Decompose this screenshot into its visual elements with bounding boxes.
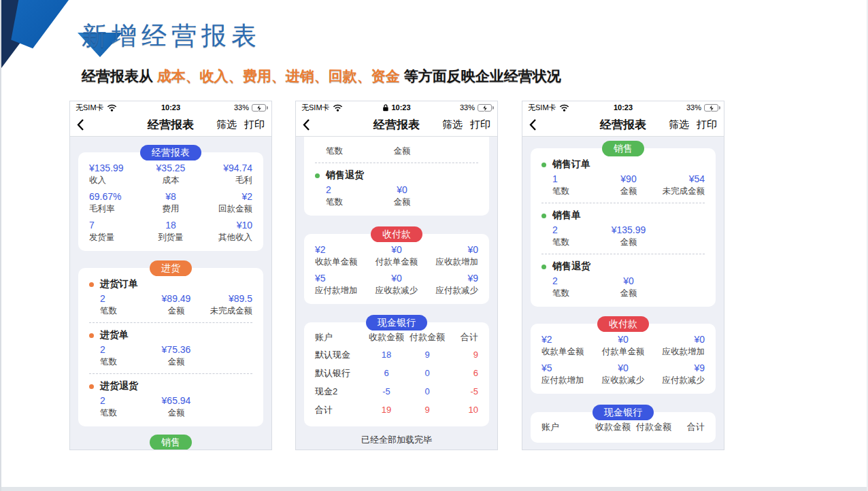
section-payments: 收付款 ¥2收款单金额 ¥0付款单金额 ¥0应收款增加 ¥5应付款增加 ¥0应收… (531, 316, 716, 394)
chevron-left-icon (77, 118, 84, 131)
section-pill-sales: 销售 (602, 141, 644, 156)
subtitle-suffix: 等方面反映企业经营状况 (400, 68, 561, 84)
stat-cell: 69.67%毛利率 (89, 190, 144, 215)
page-title: 新增经营报表 (82, 19, 261, 53)
clock-label: 10:23 (614, 103, 633, 112)
back-button[interactable] (77, 118, 92, 131)
lock-icon (382, 104, 388, 112)
stat-cell: ¥135.99收入 (89, 162, 144, 186)
print-button[interactable]: 打印 (244, 118, 265, 131)
chevron-left-icon (303, 118, 310, 131)
section-pill-cashbank: 现金银行 (592, 405, 654, 420)
back-button[interactable] (529, 118, 544, 131)
battery-charging-icon (252, 104, 266, 112)
table-row: 现金2 -5 0 -5 (315, 382, 478, 401)
wifi-icon (559, 104, 569, 112)
subtitle-prefix: 经营报表从 (82, 68, 157, 84)
filter-button[interactable]: 筛选 (669, 118, 689, 131)
dashed-divider (315, 163, 478, 163)
bullet-dot-icon (541, 265, 546, 269)
bullet-dot-icon (89, 333, 94, 338)
section-purchase: 进货 进货订单 2笔数 ¥89.49金额 ¥89.5未完成金额 进货单 (78, 260, 263, 426)
filter-button[interactable]: 筛选 (216, 118, 237, 131)
status-bar: 无SIM卡 10:23 33% (70, 101, 271, 114)
battery-percent-label: 33% (234, 103, 249, 112)
report-group: 进货单 2笔数 ¥75.36金额 (89, 328, 252, 368)
table-row: 默认现金 18 9 9 (315, 345, 478, 364)
table-total-row: 合计 19 9 10 (315, 401, 478, 419)
purchase-card: 进货订单 2笔数 ¥89.49金额 ¥89.5未完成金额 进货单 2笔数 ¥75… (78, 268, 263, 426)
nav-title: 经营报表 (148, 117, 194, 133)
section-pill-cashbank: 现金银行 (366, 315, 427, 331)
filter-button[interactable]: 筛选 (442, 118, 463, 131)
battery-percent-label: 33% (460, 103, 475, 112)
page-subtitle: 经营报表从 成本、收入、费用、进销、回款、资金 等方面反映企业经营状况 (82, 67, 561, 86)
report-group: 进货订单 2笔数 ¥89.49金额 ¥89.5未完成金额 (89, 277, 252, 317)
phone-screenshot-3: 无SIM卡 10:23 33% 经营报表 筛选 打印 销售 销售订单 (522, 101, 724, 450)
bullet-dot-icon (541, 163, 546, 167)
subtitle-highlight: 成本、收入、费用、进销、回款、资金 (157, 68, 400, 84)
dashed-divider (89, 322, 252, 323)
section-overview: 经营报表 ¥135.99收入 ¥35.25成本 ¥94.74毛利 69.67%毛… (78, 145, 263, 251)
status-bar: 无SIM卡 10:23 33% (296, 101, 497, 114)
table-header-row: 账户 收款金额 付款金额 合计 (315, 329, 478, 345)
bullet-dot-icon (89, 384, 94, 389)
table-row: 默认银行 6 0 6 (315, 364, 478, 382)
wifi-icon (333, 104, 343, 112)
section-pill-purchase: 进货 (150, 260, 192, 276)
table-header-row: 账户 收款金额 付款金额 合计 (541, 419, 705, 435)
chevron-left-icon (529, 118, 537, 131)
report-scroll-area[interactable]: 经营报表 ¥135.99收入 ¥35.25成本 ¥94.74毛利 69.67%毛… (70, 137, 271, 450)
print-button[interactable]: 打印 (697, 118, 717, 131)
payments-card: ¥2收款单金额 ¥0付款单金额 ¥0应收款增加 ¥5应付款增加 ¥0应收款减少 … (531, 324, 716, 394)
section-pill-payments: 收付款 (597, 316, 649, 332)
print-button[interactable]: 打印 (470, 118, 490, 131)
dashed-divider (541, 254, 705, 254)
wifi-icon (107, 104, 117, 112)
section-payments: 收付款 ¥2收款单金额 ¥0付款单金额 ¥0应收款增加 ¥5应付款增加 ¥0应收… (304, 226, 489, 304)
section-cashbank: 现金银行 账户 收款金额 付款金额 合计 默认现金 18 9 9 (304, 315, 489, 426)
report-scroll-area[interactable]: 销售 销售订单 1笔数 ¥90金额 ¥54未完成金额 销售单 (522, 137, 724, 450)
stat-cell: ¥2回款金额 (198, 190, 252, 215)
clock-label: 10:23 (161, 103, 180, 112)
carrier-label: 无SIM卡 (528, 103, 556, 113)
phone-screenshot-2: 无SIM卡 10:23 33% 经营报表 筛选 打印 (295, 101, 498, 450)
stat-cell: ¥8费用 (144, 190, 198, 215)
carrier-label: 无SIM卡 (76, 103, 104, 113)
section-pill-overview: 经营报表 (140, 145, 201, 160)
report-group: 进货退货 2笔数 ¥65.94金额 (89, 379, 252, 419)
report-scroll-area[interactable]: 笔数 金额 销售退货 2笔数 ¥0金额 (296, 137, 497, 450)
nav-bar: 经营报表 筛选 打印 (522, 114, 724, 137)
stat-cell: ¥35.25成本 (144, 162, 198, 186)
sales-card: 销售订单 1笔数 ¥90金额 ¥54未完成金额 销售单 2笔数 ¥135.99金… (531, 148, 716, 307)
nav-bar: 经营报表 筛选 打印 (296, 114, 497, 137)
back-button[interactable] (303, 118, 318, 131)
payments-card: ¥2收款单金额 ¥0付款单金额 ¥0应收款增加 ¥5应付款增加 ¥0应收款减少 … (304, 234, 489, 304)
sales-card-partial: 笔数 金额 销售退货 2笔数 ¥0金额 (304, 137, 489, 216)
nav-title: 经营报表 (373, 117, 420, 133)
section-pill-sales: 销售 (150, 435, 192, 450)
section-sales: 销售 销售订单 1笔数 ¥90金额 ¥54未完成金额 销售单 (531, 141, 716, 307)
section-pill-payments: 收付款 (371, 226, 422, 242)
battery-charging-icon (478, 104, 492, 112)
stat-cell: 7发货量 (89, 219, 144, 243)
report-group: 销售退货 2笔数 ¥0金额 (541, 260, 705, 299)
nav-title: 经营报表 (600, 117, 646, 133)
load-complete-text: 已经全部加载完毕 (296, 434, 497, 446)
section-cashbank-cutoff: 现金银行 账户 收款金额 付款金额 合计 (531, 405, 716, 443)
report-group: 销售订单 1笔数 ¥90金额 ¥54未完成金额 (541, 158, 705, 197)
cashbank-table: 账户 收款金额 付款金额 合计 默认现金 18 9 9 默认银行 6 0 (304, 322, 489, 426)
bullet-dot-icon (315, 173, 320, 178)
bullet-dot-icon (541, 214, 546, 218)
clock-label: 10:23 (391, 103, 410, 112)
report-group: 销售退货 2笔数 ¥0金额 (315, 169, 478, 208)
phone-screenshot-1: 无SIM卡 10:23 33% 经营报表 筛选 打印 经营报表 ¥135 (69, 101, 272, 450)
battery-percent-label: 33% (686, 103, 701, 112)
overview-card: ¥135.99收入 ¥35.25成本 ¥94.74毛利 69.67%毛利率 ¥8… (78, 152, 263, 251)
section-sales-cutoff: 销售 (78, 435, 263, 442)
battery-charging-icon (704, 104, 718, 112)
stat-cell: ¥10其他收入 (198, 219, 252, 243)
slide-bottom-border (1, 487, 867, 491)
dashed-divider (541, 203, 705, 203)
carrier-label: 无SIM卡 (301, 103, 330, 113)
